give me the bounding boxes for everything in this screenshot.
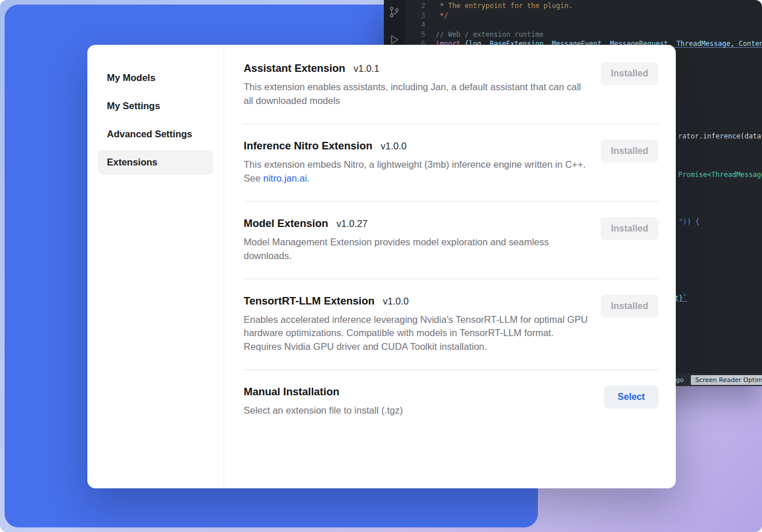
desktop-background: 2 * The entrypoint for the plugin. 3 */ … <box>0 0 762 532</box>
nitro-jan-ai-link[interactable]: nitro.jan.ai <box>263 173 307 183</box>
extension-description: Enables accelerated inference leveraging… <box>244 313 588 354</box>
manual-installation-description: Select an extension file to install (.tg… <box>244 404 588 418</box>
extension-info: Inference Nitro Extension v1.0.0 This ex… <box>244 140 588 186</box>
extension-info: Assistant Extension v1.0.1 This extensio… <box>244 62 588 108</box>
extension-name: Assistant Extension <box>244 62 345 74</box>
extension-name: Model Extension <box>244 217 328 229</box>
extension-description: Model Management Extension provides mode… <box>244 236 588 263</box>
code-fragment-brace: ")) { <box>679 217 699 226</box>
code-fragment-template: t}` <box>675 294 687 303</box>
sidebar-item-extensions[interactable]: Extensions <box>98 150 213 175</box>
run-debug-icon[interactable] <box>388 33 401 46</box>
line-number: 5 <box>405 30 425 40</box>
extension-info: TensortRT-LLM Extension v1.0.0 Enables a… <box>244 295 588 354</box>
select-file-button[interactable]: Select <box>604 385 659 408</box>
extension-version: v1.0.27 <box>336 218 367 229</box>
settings-sidebar: My Models My Settings Advanced Settings … <box>87 45 224 488</box>
extensions-panel: Assistant Extension v1.0.1 This extensio… <box>224 45 676 488</box>
code-fragment-promise: Promise<ThreadMessage> <box>678 170 762 179</box>
status-item-go: go <box>676 376 684 384</box>
extension-title-line: Manual Installation <box>244 385 588 398</box>
extension-title-line: Inference Nitro Extension v1.0.0 <box>244 140 588 152</box>
extension-title-line: Assistant Extension v1.0.1 <box>244 62 588 75</box>
extension-description: This extension embeds Nitro, a lightweig… <box>244 158 588 186</box>
section-divider <box>244 369 659 370</box>
code-line: 3 */ <box>405 11 762 21</box>
code-lines: 2 * The entrypoint for the plugin. 3 */ … <box>405 1 762 49</box>
extension-info: Manual Installation Select an extension … <box>244 385 588 418</box>
settings-modal: My Models My Settings Advanced Settings … <box>87 45 676 488</box>
extension-description: This extension enables assistants, inclu… <box>244 80 588 108</box>
extension-name: TensortRT-LLM Extension <box>244 295 375 307</box>
code-doc-comment: * The entrypoint for the plugin. <box>436 2 572 10</box>
sidebar-item-advanced-settings[interactable]: Advanced Settings <box>98 122 213 147</box>
source-control-icon[interactable] <box>388 6 401 18</box>
extension-row-tensorrt: TensortRT-LLM Extension v1.0.0 Enables a… <box>244 295 659 354</box>
extension-title-line: TensortRT-LLM Extension v1.0.0 <box>244 295 588 307</box>
code-line-comment: // Web / extension runtime <box>436 30 544 38</box>
section-divider <box>244 201 659 202</box>
extension-name: Inference Nitro Extension <box>244 140 372 152</box>
screen-reader-badge[interactable]: Screen Reader Optimized <box>691 375 762 385</box>
manual-installation-row: Manual Installation Select an extension … <box>244 385 659 418</box>
code-line: 2 * The entrypoint for the plugin. <box>405 1 762 11</box>
extension-version: v1.0.0 <box>381 141 407 151</box>
line-number: 3 <box>405 11 425 21</box>
extension-info: Model Extension v1.0.27 Model Management… <box>244 217 588 263</box>
installed-button: Installed <box>601 295 659 318</box>
code-doc-comment-close: */ <box>436 11 448 20</box>
manual-installation-title: Manual Installation <box>244 385 340 398</box>
installed-button: Installed <box>601 62 659 85</box>
sidebar-item-my-models[interactable]: My Models <box>98 65 213 90</box>
extension-row-model: Model Extension v1.0.27 Model Management… <box>244 217 659 263</box>
sidebar-item-my-settings[interactable]: My Settings <box>98 94 213 118</box>
extension-version: v1.0.1 <box>353 63 379 74</box>
code-line: 5// Web / extension runtime <box>405 30 762 40</box>
installed-button: Installed <box>601 140 659 163</box>
description-text: . <box>307 173 310 183</box>
extension-title-line: Model Extension v1.0.27 <box>244 217 588 230</box>
extension-row-nitro: Inference Nitro Extension v1.0.0 This ex… <box>244 140 659 186</box>
section-divider <box>244 279 659 279</box>
line-number: 4 <box>405 20 425 30</box>
code-line: 4 <box>405 20 762 30</box>
section-divider <box>244 124 659 124</box>
extension-row-assistant: Assistant Extension v1.0.1 This extensio… <box>244 62 659 108</box>
extension-version: v1.0.0 <box>383 296 409 306</box>
line-number: 2 <box>405 1 425 11</box>
code-fragment-inference: rator.inference(data)); <box>678 132 762 141</box>
installed-button: Installed <box>601 217 659 240</box>
